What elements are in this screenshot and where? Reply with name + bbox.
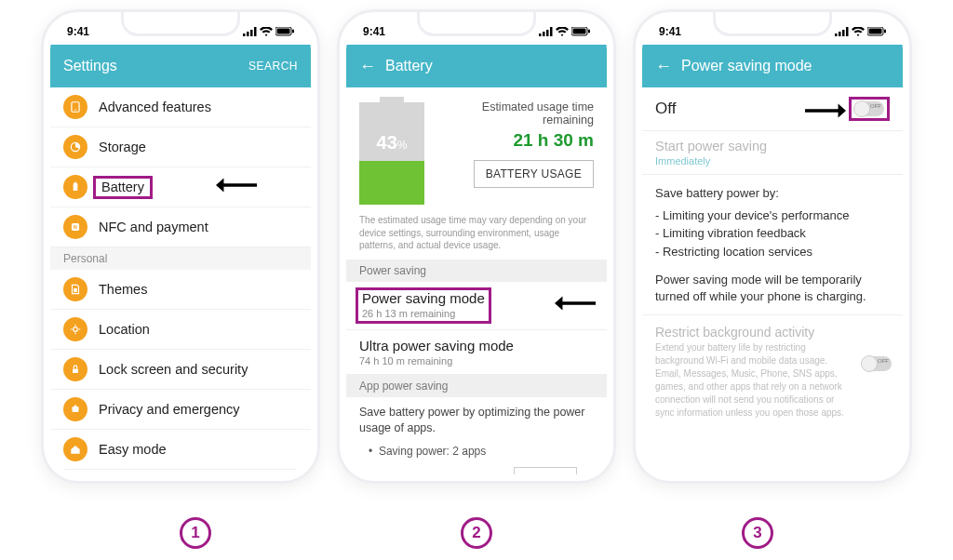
row-label: Storage bbox=[99, 140, 146, 154]
row-advanced-features[interactable]: Advanced features bbox=[50, 87, 311, 127]
signal-icon bbox=[835, 27, 849, 36]
row-label: Lock screen and security bbox=[99, 362, 248, 377]
restrict-desc: Extend your battery life by restricting … bbox=[655, 341, 890, 420]
status-time: 9:41 bbox=[659, 25, 681, 38]
row-lockscreen[interactable]: Lock screen and security bbox=[50, 350, 311, 390]
annotation-arrow-icon bbox=[212, 175, 261, 195]
battery-graphic: 43% bbox=[359, 97, 434, 205]
row-easymode[interactable]: Easy mode bbox=[50, 430, 311, 470]
status-time: 9:41 bbox=[67, 25, 89, 38]
restrict-toggle[interactable]: OFF bbox=[862, 356, 892, 371]
step-badge-3: 3 bbox=[742, 517, 773, 549]
battery-icon bbox=[867, 27, 886, 36]
est-label: Estimated usage time remaining bbox=[443, 100, 594, 127]
app-save-desc: Save battery power by optimizing the pow… bbox=[346, 397, 607, 441]
row-label: Easy mode bbox=[99, 442, 167, 457]
phone-3: 9:41 ← Power saving mode Off bbox=[633, 9, 912, 484]
battery-percent: 43 bbox=[377, 132, 397, 153]
status-time: 9:41 bbox=[363, 25, 385, 38]
annotation-arrow-icon bbox=[551, 293, 599, 313]
row-label: NFC and payment bbox=[99, 220, 208, 234]
est-value: 21 h 30 m bbox=[443, 130, 594, 151]
section-app-power-saving: App power saving bbox=[346, 375, 607, 397]
svg-text:N: N bbox=[74, 224, 77, 230]
app-bar: Settings SEARCH bbox=[50, 45, 311, 87]
themes-icon bbox=[63, 277, 87, 301]
power-saving-toggle[interactable]: OFF bbox=[854, 101, 884, 116]
row-accounts[interactable]: Accounts bbox=[50, 470, 311, 474]
battery-icon bbox=[275, 27, 294, 36]
detail-button[interactable]: DETAIL bbox=[514, 467, 577, 475]
home-icon bbox=[63, 437, 87, 461]
row-ultra-power-saving[interactable]: Ultra power saving mode 74 h 10 m remain… bbox=[346, 330, 607, 375]
app-bar: ← Battery bbox=[346, 45, 607, 87]
location-icon bbox=[63, 317, 87, 341]
off-row: Off OFF bbox=[642, 87, 903, 131]
svg-point-18 bbox=[74, 405, 76, 407]
row-label: Battery bbox=[93, 176, 153, 199]
step-badge-1: 1 bbox=[180, 517, 211, 549]
battery-row-icon bbox=[63, 175, 87, 199]
svg-rect-10 bbox=[74, 183, 78, 191]
step-badge-2: 2 bbox=[461, 517, 492, 549]
nfc-icon: N bbox=[63, 215, 87, 239]
search-button[interactable]: SEARCH bbox=[248, 60, 298, 73]
row-battery[interactable]: Battery bbox=[50, 167, 311, 207]
lock-icon bbox=[63, 357, 87, 381]
appbar-title: Power saving mode bbox=[681, 58, 812, 74]
row-label: Advanced features bbox=[99, 100, 211, 114]
storage-icon bbox=[63, 135, 87, 159]
wifi-icon bbox=[852, 27, 865, 36]
ultra-title: Ultra power saving mode bbox=[359, 338, 594, 353]
svg-rect-7 bbox=[72, 102, 79, 113]
row-privacy[interactable]: Privacy and emergency bbox=[50, 390, 311, 430]
svg-rect-16 bbox=[73, 368, 78, 373]
svg-point-8 bbox=[74, 109, 76, 111]
back-button[interactable]: ← bbox=[359, 57, 376, 76]
row-location[interactable]: Location bbox=[50, 310, 311, 350]
ps-sub: 26 h 13 m remaining bbox=[362, 308, 485, 319]
row-storage[interactable]: Storage bbox=[50, 127, 311, 167]
sps-sub: Immediately bbox=[655, 155, 890, 167]
svg-rect-14 bbox=[74, 288, 77, 292]
apps-line: • Saving power: 2 apps bbox=[346, 441, 607, 461]
row-restrict-background[interactable]: Restrict background activity Extend your… bbox=[642, 315, 903, 429]
phone-1: 9:41 Settings SEARCH Advanced features bbox=[41, 9, 320, 484]
signal-icon bbox=[243, 27, 257, 36]
svg-rect-11 bbox=[74, 182, 76, 183]
annotation-arrow-icon bbox=[804, 100, 847, 121]
appbar-title: Battery bbox=[385, 58, 433, 74]
row-power-saving-mode[interactable]: Power saving mode 26 h 13 m remaining bbox=[346, 282, 607, 330]
step-badges: 1 2 3 bbox=[0, 517, 953, 549]
off-label: Off bbox=[655, 100, 676, 118]
battery-icon bbox=[571, 27, 590, 36]
row-themes[interactable]: Themes bbox=[50, 270, 311, 310]
app-bar: ← Power saving mode bbox=[642, 45, 903, 87]
svg-rect-17 bbox=[73, 407, 79, 412]
section-personal: Personal bbox=[50, 247, 311, 270]
row-label: Location bbox=[99, 322, 150, 337]
disclaimer: The estimated usage time may vary depend… bbox=[346, 212, 607, 260]
advanced-icon bbox=[63, 95, 87, 119]
ultra-sub: 74 h 10 m remaining bbox=[359, 355, 594, 367]
wifi-icon bbox=[260, 27, 273, 36]
charging-note: Power saving mode will be temporarily tu… bbox=[642, 268, 903, 315]
row-nfc[interactable]: N NFC and payment bbox=[50, 207, 311, 247]
phone-2: 9:41 ← Battery bbox=[337, 9, 616, 484]
save-by-label: Save battery power by: bbox=[642, 175, 903, 207]
svg-point-15 bbox=[74, 327, 78, 332]
battery-usage-button[interactable]: BATTERY USAGE bbox=[474, 160, 594, 188]
ps-title: Power saving mode bbox=[362, 290, 485, 306]
wifi-icon bbox=[556, 27, 569, 36]
save-list: - Limiting your device's performance - L… bbox=[642, 207, 903, 269]
privacy-icon bbox=[63, 397, 87, 421]
appbar-title: Settings bbox=[63, 58, 117, 74]
section-power-saving: Power saving bbox=[346, 260, 607, 282]
row-start-power-saving[interactable]: Start power saving Immediately bbox=[642, 131, 903, 175]
back-button[interactable]: ← bbox=[655, 57, 672, 76]
sps-title: Start power saving bbox=[655, 139, 890, 153]
row-label: Themes bbox=[99, 282, 147, 297]
toggle-highlight: OFF bbox=[849, 97, 890, 121]
signal-icon bbox=[539, 27, 553, 36]
restrict-title: Restrict background activity bbox=[655, 325, 890, 340]
